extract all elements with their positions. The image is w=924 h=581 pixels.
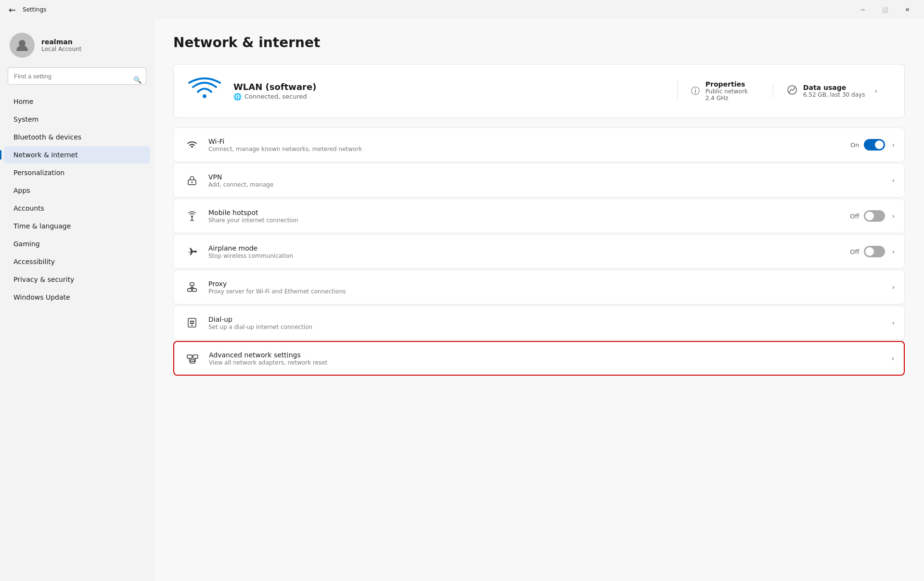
close-button[interactable]: ✕ <box>896 2 918 17</box>
setting-item-advanced[interactable]: Advanced network settings View all netwo… <box>173 341 905 376</box>
wlan-data-usage[interactable]: Data usage 6.52 GB, last 30 days › <box>773 84 891 98</box>
properties-sub2: 2.4 GHz <box>706 95 748 101</box>
sidebar-item-system[interactable]: System <box>4 111 150 128</box>
svg-point-20 <box>192 325 193 326</box>
vpn-chevron-icon: › <box>892 177 895 184</box>
hotspot-setting-text: Mobile hotspot Share your internet conne… <box>208 209 850 224</box>
dialup-setting-text: Dial-up Set up a dial-up internet connec… <box>208 316 890 330</box>
data-usage-sub: 6.52 GB, last 30 days <box>803 91 865 98</box>
svg-rect-22 <box>193 355 198 358</box>
airplane-setting-name: Airplane mode <box>208 244 850 252</box>
user-account-type: Local Account <box>41 46 81 52</box>
search-container: 🔍 <box>0 67 154 92</box>
wifi-setting-desc: Connect, manage known networks, metered … <box>208 146 850 152</box>
wlan-name: WLAN (software) <box>233 82 666 92</box>
hotspot-setting-right: Off › <box>850 210 895 222</box>
wifi-toggle-label: On <box>850 141 859 149</box>
wifi-icon <box>183 136 201 153</box>
sidebar-item-accessibility[interactable]: Accessibility <box>4 253 150 270</box>
sidebar-item-apps[interactable]: Apps <box>4 182 150 199</box>
sidebar-item-label-personalization: Personalization <box>13 169 64 177</box>
sidebar-item-accounts[interactable]: Accounts <box>4 200 150 217</box>
svg-rect-8 <box>192 289 196 291</box>
vpn-setting-text: VPN Add, connect, manage <box>208 173 890 188</box>
svg-rect-9 <box>190 283 194 286</box>
titlebar: ← Settings ─ ⬜ ✕ <box>0 0 924 19</box>
setting-item-dialup[interactable]: Dial-up Set up a dial-up internet connec… <box>173 305 905 340</box>
advanced-setting-desc: View all network adapters, network reset <box>209 359 889 366</box>
sidebar-item-label-network: Network & internet <box>13 151 78 159</box>
data-usage-chevron-icon: › <box>874 87 877 95</box>
wifi-setting-text: Wi-Fi Connect, manage known networks, me… <box>208 138 850 152</box>
wifi-setting-name: Wi-Fi <box>208 138 850 145</box>
wlan-wifi-icon <box>187 76 222 106</box>
sidebar-item-time[interactable]: Time & language <box>4 217 150 235</box>
wifi-toggle-knob <box>875 140 884 149</box>
setting-item-wifi[interactable]: Wi-Fi Connect, manage known networks, me… <box>173 127 905 162</box>
properties-title: Properties <box>706 80 748 88</box>
vpn-setting-right: › <box>890 177 895 184</box>
user-profile[interactable]: realman Local Account <box>0 25 154 67</box>
sidebar-item-label-bluetooth: Bluetooth & devices <box>13 133 81 141</box>
maximize-button[interactable]: ⬜ <box>874 2 896 17</box>
sidebar-item-windows-update[interactable]: Windows Update <box>4 289 150 306</box>
hotspot-toggle[interactable] <box>864 210 885 222</box>
wlan-info: WLAN (software) 🌐 Connected, secured <box>233 82 666 101</box>
airplane-toggle-label: Off <box>850 248 859 255</box>
properties-details: Properties Public network 2.4 GHz <box>706 80 748 101</box>
sidebar-item-bluetooth[interactable]: Bluetooth & devices <box>4 128 150 146</box>
sidebar-item-network[interactable]: Network & internet <box>4 146 150 164</box>
setting-item-proxy[interactable]: Proxy Proxy server for Wi-Fi and Etherne… <box>173 270 905 304</box>
back-button[interactable]: ← <box>6 2 19 18</box>
wifi-toggle[interactable] <box>864 139 885 151</box>
sidebar-item-gaming[interactable]: Gaming <box>4 235 150 253</box>
data-usage-details: Data usage 6.52 GB, last 30 days <box>803 84 865 98</box>
svg-rect-7 <box>188 289 192 291</box>
wifi-chevron-icon: › <box>892 141 895 149</box>
hotspot-toggle-knob <box>865 212 874 220</box>
wlan-properties[interactable]: ⓘ Properties Public network 2.4 GHz <box>677 80 761 101</box>
setting-item-airplane[interactable]: Airplane mode Stop wireless communicatio… <box>173 234 905 269</box>
minimize-button[interactable]: ─ <box>852 2 874 17</box>
dialup-icon <box>183 314 201 331</box>
setting-item-hotspot[interactable]: Mobile hotspot Share your internet conne… <box>173 199 905 233</box>
vpn-icon <box>183 172 201 189</box>
wlan-status-text: Connected, secured <box>244 93 307 100</box>
sidebar-item-label-home: Home <box>13 98 33 105</box>
sidebar-item-label-time: Time & language <box>13 222 71 230</box>
sidebar-item-privacy[interactable]: Privacy & security <box>4 271 150 288</box>
wlan-hero-card[interactable]: WLAN (software) 🌐 Connected, secured ⓘ P… <box>173 64 905 118</box>
avatar <box>10 33 35 58</box>
hotspot-setting-desc: Share your internet connection <box>208 217 850 224</box>
dialup-chevron-icon: › <box>892 319 895 327</box>
sidebar-item-label-system: System <box>13 115 38 123</box>
sidebar-nav: Home System Bluetooth & devices Network … <box>0 92 154 306</box>
svg-rect-21 <box>187 355 192 358</box>
dialup-setting-right: › <box>890 319 895 327</box>
airplane-chevron-icon: › <box>892 248 895 255</box>
svg-point-17 <box>190 323 192 324</box>
proxy-setting-right: › <box>890 283 895 291</box>
page-title: Network & internet <box>173 35 905 51</box>
proxy-setting-name: Proxy <box>208 280 890 288</box>
main-content: Network & internet WLAN (software) 🌐 Con… <box>154 19 924 581</box>
wlan-status: 🌐 Connected, secured <box>233 93 666 101</box>
app-body: realman Local Account 🔍 Home System Blue… <box>0 19 924 581</box>
search-icon: 🔍 <box>133 76 141 84</box>
setting-item-vpn[interactable]: VPN Add, connect, manage › <box>173 163 905 198</box>
vpn-setting-name: VPN <box>208 173 890 181</box>
hotspot-chevron-icon: › <box>892 212 895 220</box>
settings-list: Wi-Fi Connect, manage known networks, me… <box>173 127 905 376</box>
properties-sub1: Public network <box>706 88 748 95</box>
sidebar-item-personalization[interactable]: Personalization <box>4 164 150 181</box>
search-input[interactable] <box>8 67 146 85</box>
proxy-setting-text: Proxy Proxy server for Wi-Fi and Etherne… <box>208 280 890 295</box>
airplane-toggle[interactable] <box>864 246 885 257</box>
dialup-setting-name: Dial-up <box>208 316 890 323</box>
sidebar-item-label-gaming: Gaming <box>13 240 40 248</box>
sidebar-item-home[interactable]: Home <box>4 93 150 110</box>
svg-point-15 <box>192 321 193 322</box>
advanced-setting-name: Advanced network settings <box>209 351 889 359</box>
app-title: Settings <box>23 6 46 13</box>
sidebar-item-label-windows-update: Windows Update <box>13 293 70 301</box>
